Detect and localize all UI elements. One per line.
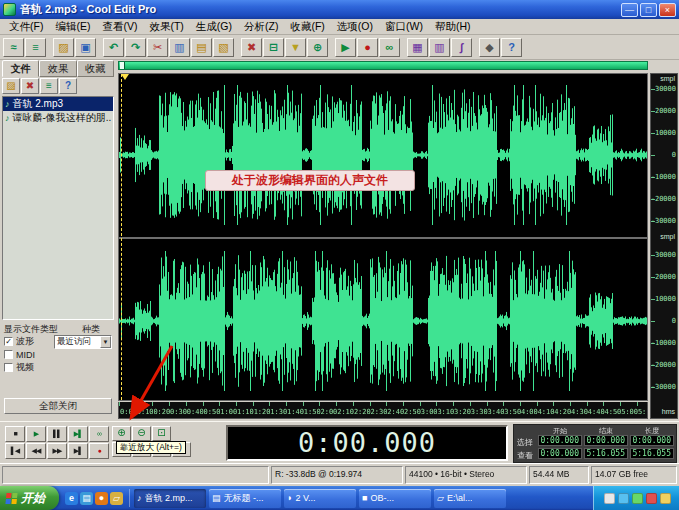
rewind-button[interactable]: ◀◀ (26, 443, 46, 459)
paste-button[interactable]: ▤ (191, 38, 212, 57)
redo-button[interactable]: ↷ (125, 38, 146, 57)
fast-forward-button[interactable]: ▶▶ (47, 443, 67, 459)
menu-item[interactable]: 帮助(H) (429, 20, 477, 34)
menu-item[interactable]: 窗口(W) (379, 20, 429, 34)
analyze-tool-button[interactable]: ∫ (451, 38, 472, 57)
dropdown-arrow-icon[interactable]: ▼ (100, 336, 111, 348)
time-field[interactable]: 0:00.000 (630, 435, 674, 446)
timeline-tick (136, 402, 137, 406)
filetype-checkbox-row[interactable]: MIDI (4, 348, 35, 361)
volume-icon[interactable] (604, 493, 615, 504)
wave-edit-view-button[interactable]: ≈ (3, 38, 24, 57)
organizer-tab[interactable]: 收藏 (77, 60, 114, 77)
show-desktop-icon[interactable]: ▤ (80, 492, 93, 505)
close-all-button[interactable]: 全部关闭 (4, 398, 112, 414)
sort-dropdown[interactable]: 最近访问 ▼ (54, 335, 112, 349)
play-loop-button[interactable]: ∞ (89, 426, 109, 442)
organizer-tab[interactable]: 效果 (39, 60, 76, 77)
network-icon[interactable] (618, 493, 629, 504)
task-button[interactable]: ♪音轨 2.mp... (134, 489, 206, 508)
organizer-panel: 文件效果收藏 ▨✖≡? ♪音轨 2.mp3♪谭咏麟-像我这样的朋.. 显示文件类… (2, 60, 114, 420)
waveform-canvas[interactable] (119, 74, 647, 400)
pause-button[interactable]: ▌▌ (47, 426, 67, 442)
playhead-handle[interactable] (121, 74, 129, 80)
filetype-checkbox-row[interactable]: 视频 (4, 361, 35, 374)
media-player-icon[interactable]: ● (95, 492, 108, 505)
go-to-start-button[interactable]: ▌◀ (5, 443, 25, 459)
task-button[interactable]: ▤无标题 -... (209, 489, 281, 508)
checkbox-icon[interactable] (4, 350, 13, 359)
title-bar[interactable]: 音轨 2.mp3 - Cool Edit Pro — □ × (0, 0, 679, 19)
close-button[interactable]: × (659, 3, 676, 17)
ruler-value: 0 (672, 151, 676, 159)
menu-item[interactable]: 文件(F) (3, 20, 49, 34)
overview-scrollbar[interactable] (118, 61, 648, 70)
file-item[interactable]: ♪谭咏麟-像我这样的朋.. (3, 111, 113, 125)
cut-button[interactable]: ✂ (147, 38, 168, 57)
eq-tool-button[interactable]: ▥ (429, 38, 450, 57)
menu-item[interactable]: 编辑(E) (49, 20, 96, 34)
start-button[interactable]: 开始 (0, 486, 59, 510)
checkbox-icon[interactable]: ✓ (4, 337, 13, 346)
file-item[interactable]: ♪音轨 2.mp3 (3, 97, 113, 111)
zoom-in-button[interactable]: ⊕ (112, 426, 131, 441)
save-file-button[interactable]: ▣ (75, 38, 96, 57)
record-button[interactable]: ● (89, 443, 109, 459)
insert-multitrack-small-button[interactable]: ≡ (40, 78, 58, 94)
open-file-small-button[interactable]: ▨ (2, 78, 20, 94)
play-tool-button[interactable]: ▶ (335, 38, 356, 57)
task-button[interactable]: ▱E:\al... (434, 489, 506, 508)
timeline-ruler[interactable]: 0:000:100:200:300:400:501:001:101:201:30… (118, 402, 648, 419)
menu-item[interactable]: 分析(Z) (238, 20, 284, 34)
mix-paste-button[interactable]: ▧ (213, 38, 234, 57)
time-field[interactable]: 0:00.000 (538, 435, 582, 446)
zoom-tool-button[interactable]: ⊕ (307, 38, 328, 57)
play-to-end-button[interactable]: ▶▌ (68, 426, 88, 442)
help-tool-button[interactable]: ? (501, 38, 522, 57)
minimize-button[interactable]: — (621, 3, 638, 17)
checkbox-icon[interactable] (4, 363, 13, 372)
filetype-checkbox-row[interactable]: ✓波形 (4, 335, 35, 348)
menu-item[interactable]: 选项(O) (331, 20, 379, 34)
task-button[interactable]: ■OB-... (359, 489, 431, 508)
settings-tool-button[interactable]: ◆ (479, 38, 500, 57)
zoom-full-button[interactable]: ⊡ (152, 426, 171, 441)
antivirus-icon[interactable] (646, 493, 657, 504)
waveform-display[interactable]: 处于波形编辑界面的人声文件 (118, 73, 648, 401)
delete-button[interactable]: ✖ (241, 38, 262, 57)
time-field[interactable]: 0:00.000 (584, 435, 628, 446)
amplitude-ruler[interactable]: smpl smpl hms 3000020000100000-10000-200… (650, 73, 678, 419)
record-tool-button[interactable]: ● (357, 38, 378, 57)
menu-item[interactable]: 生成(G) (190, 20, 238, 34)
playhead-cursor[interactable] (121, 74, 122, 400)
close-file-small-button[interactable]: ✖ (21, 78, 39, 94)
stop-button[interactable]: ■ (5, 426, 25, 442)
go-to-end-button[interactable]: ▶▌ (68, 443, 88, 459)
time-field[interactable]: 5:16.055 (630, 448, 674, 459)
multitrack-view-button[interactable]: ≡ (25, 38, 46, 57)
marker-button[interactable]: ▼ (285, 38, 306, 57)
task-button[interactable]: ◗2 V... (284, 489, 356, 508)
trim-button[interactable]: ⊟ (263, 38, 284, 57)
menu-item[interactable]: 收藏(F) (284, 20, 330, 34)
ie-icon[interactable]: e (65, 492, 78, 505)
maximize-button[interactable]: □ (640, 3, 657, 17)
messenger-icon[interactable] (632, 493, 643, 504)
file-list[interactable]: ♪音轨 2.mp3♪谭咏麟-像我这样的朋.. (2, 96, 114, 320)
loop-tool-button[interactable]: ∞ (379, 38, 400, 57)
time-field[interactable]: 0:00.000 (538, 448, 582, 459)
organizer-tab[interactable]: 文件 (2, 60, 39, 77)
zoom-out-button[interactable]: ⊖ (132, 426, 151, 441)
overview-position-marker[interactable] (120, 62, 125, 69)
clock-icon[interactable] (660, 493, 671, 504)
open-file-button[interactable]: ▨ (53, 38, 74, 57)
file-info-small-button[interactable]: ? (59, 78, 77, 94)
folder-icon[interactable]: ▱ (110, 492, 123, 505)
menu-item[interactable]: 效果(T) (143, 20, 189, 34)
menu-item[interactable]: 查看(V) (96, 20, 143, 34)
time-field[interactable]: 5:16.055 (584, 448, 628, 459)
undo-button[interactable]: ↶ (103, 38, 124, 57)
spectral-view-button[interactable]: ▦ (407, 38, 428, 57)
copy-button[interactable]: ▥ (169, 38, 190, 57)
play-button[interactable]: ▶ (26, 426, 46, 442)
